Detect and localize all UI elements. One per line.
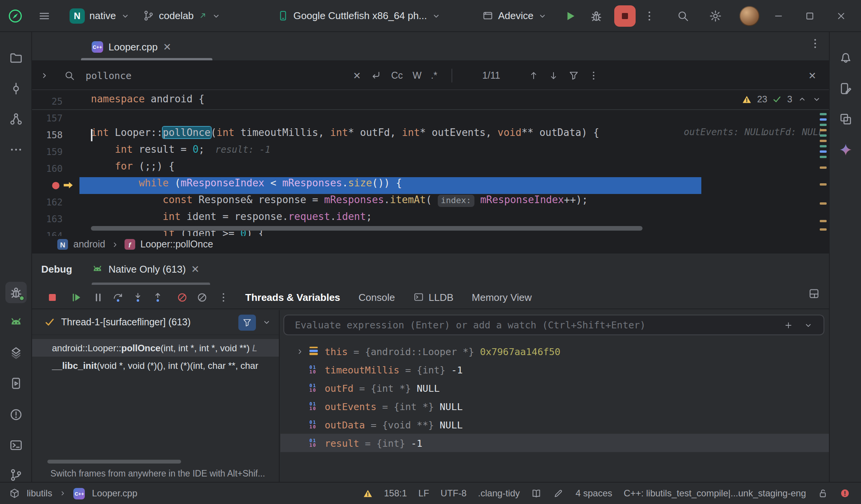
file-encoding[interactable]: UTF-8 — [440, 488, 466, 499]
add-watch-icon[interactable] — [784, 320, 793, 330]
next-match-icon[interactable] — [549, 70, 558, 80]
stripe-mark[interactable] — [820, 220, 827, 222]
evaluate-expression-input[interactable]: Evaluate expression (Enter) or add a wat… — [283, 315, 824, 335]
layout-settings-icon[interactable] — [808, 288, 820, 299]
code-line[interactable]: 162 const Response& response = mResponse… — [32, 194, 829, 211]
search-icon[interactable] — [64, 70, 75, 81]
search-everywhere-icon[interactable] — [677, 10, 689, 22]
debug-view-tab[interactable]: LLDB — [413, 291, 453, 303]
step-out-icon[interactable] — [148, 288, 167, 306]
debug-session-tab[interactable]: Native Only (613) ✕ — [92, 254, 199, 285]
status-module[interactable]: libutils — [27, 488, 52, 499]
error-indicator-icon[interactable] — [840, 488, 850, 499]
code-line[interactable]: 160 for (;;) { — [32, 160, 829, 177]
code-line[interactable]: 157 — [32, 110, 829, 127]
caret-position[interactable]: 158:1 — [384, 488, 407, 499]
more-actions-icon[interactable] — [643, 10, 655, 22]
previous-problem-icon[interactable] — [798, 95, 807, 104]
expand-replace-chevron-icon[interactable] — [40, 71, 49, 80]
code-line[interactable]: 159 int result = 0;result: -1 — [32, 144, 829, 160]
breakpoint-icon[interactable] — [50, 180, 61, 191]
chevron-down-icon[interactable] — [262, 318, 271, 327]
stack-frame-row[interactable]: __libc_init(void *, void (*)(), int (*)(… — [32, 357, 279, 374]
device-selector[interactable]: Google Cuttlefish x86_64 ph... — [272, 4, 446, 27]
stripe-mark[interactable] — [820, 145, 827, 147]
stripe-mark[interactable] — [820, 156, 827, 158]
more-icon[interactable] — [214, 288, 232, 306]
vcs-widget[interactable]: codelab — [138, 4, 226, 27]
settings-gear-icon[interactable] — [709, 9, 722, 22]
stop-icon[interactable] — [43, 288, 61, 306]
variable-row[interactable]: 0110result = {int} -1 — [280, 434, 829, 452]
status-file[interactable]: Looper.cpp — [92, 488, 138, 499]
debug-tool-icon[interactable] — [5, 282, 27, 303]
code-editor[interactable]: 25namespace android {157158int Looper::p… — [32, 90, 829, 236]
code-line[interactable]: while (mResponseIndex < mResponses.size(… — [32, 177, 829, 194]
line-number[interactable]: 163 — [32, 211, 63, 228]
thread-filter-icon[interactable] — [238, 314, 256, 330]
line-separator[interactable]: LF — [418, 488, 429, 499]
line-number[interactable]: 164 — [32, 228, 63, 236]
device-manager-icon[interactable] — [835, 78, 856, 99]
debug-view-tab[interactable]: Console — [359, 291, 395, 303]
layout-inspector-icon[interactable] — [835, 108, 856, 130]
tab-options-icon[interactable] — [809, 37, 821, 50]
lock-icon[interactable] — [817, 488, 828, 499]
problems-icon[interactable] — [5, 404, 27, 425]
project-widget[interactable]: N native — [64, 4, 135, 27]
breadcrumb-namespace[interactable]: android — [73, 239, 105, 250]
frames-hscrollbar[interactable] — [47, 460, 181, 464]
stripe-mark[interactable] — [820, 113, 827, 115]
line-number[interactable]: 159 — [32, 144, 63, 160]
stack-frame-row[interactable]: android::Looper::pollOnce(int, int *, in… — [32, 339, 279, 357]
chevron-down-icon[interactable] — [804, 320, 813, 330]
debug-button[interactable] — [590, 9, 603, 22]
filter-icon[interactable] — [568, 70, 579, 81]
analyzer-status[interactable]: .clang-tidy — [478, 488, 520, 499]
stripe-mark[interactable] — [820, 134, 827, 137]
variable-row[interactable]: 0110timeoutMillis = {int} -1 — [280, 360, 829, 379]
window-maximize-button[interactable] — [804, 10, 815, 21]
notifications-bell-icon[interactable] — [835, 47, 856, 69]
debug-view-tab[interactable]: Memory View — [472, 291, 532, 303]
stripe-mark[interactable] — [820, 140, 827, 142]
search-input[interactable]: pollonce — [86, 69, 131, 81]
inspections-widget[interactable]: 23 3 — [742, 94, 821, 105]
gemini-icon[interactable] — [835, 139, 856, 160]
warning-icon[interactable] — [363, 488, 372, 498]
match-case-toggle[interactable]: Cc — [391, 70, 403, 81]
line-number[interactable]: 157 — [32, 110, 63, 127]
more-tools-icon[interactable] — [5, 139, 27, 160]
code-line[interactable]: 163 int ident = response.request.ident; — [32, 211, 829, 228]
stripe-mark[interactable] — [820, 124, 827, 126]
next-problem-icon[interactable] — [812, 95, 821, 104]
stripe-mark[interactable] — [820, 166, 827, 169]
tab-close-icon[interactable]: ✕ — [163, 41, 172, 52]
newline-icon[interactable] — [371, 70, 381, 81]
search-options-icon[interactable] — [588, 70, 599, 81]
run-config-selector[interactable]: Adevice — [477, 4, 553, 27]
editor-hscrollbar[interactable] — [91, 226, 643, 231]
toolchain-status[interactable]: C++: libutils_test_compile|...unk_stagin… — [624, 488, 806, 499]
debug-view-tab[interactable]: Threads & Variables — [245, 291, 340, 303]
code-line[interactable]: 25namespace android { — [32, 93, 829, 110]
project-folder-icon[interactable] — [5, 47, 27, 69]
regex-toggle[interactable]: .* — [431, 70, 437, 81]
breadcrumb-function[interactable]: Looper::pollOnce — [140, 239, 213, 250]
code-line[interactable]: 158int Looper::pollOnce(int timeoutMilli… — [32, 127, 829, 144]
indent-setting[interactable]: 4 spaces — [576, 488, 612, 499]
run-button[interactable] — [564, 9, 577, 22]
line-number[interactable]: 160 — [32, 160, 63, 177]
stripe-mark[interactable] — [820, 150, 827, 153]
logcat-icon[interactable] — [5, 312, 27, 333]
resume-icon[interactable] — [67, 288, 86, 306]
window-close-button[interactable] — [836, 10, 846, 21]
line-number[interactable]: 158 — [32, 127, 63, 144]
close-find-bar-icon[interactable]: ✕ — [808, 69, 816, 81]
app-quality-insights-icon[interactable] — [5, 342, 27, 363]
running-devices-icon[interactable] — [5, 373, 27, 394]
whole-words-toggle[interactable]: W — [413, 70, 422, 81]
main-menu-button[interactable] — [38, 10, 50, 22]
variable-row[interactable]: 0110outData = {void **} NULL — [280, 415, 829, 434]
pause-icon[interactable] — [89, 288, 107, 306]
